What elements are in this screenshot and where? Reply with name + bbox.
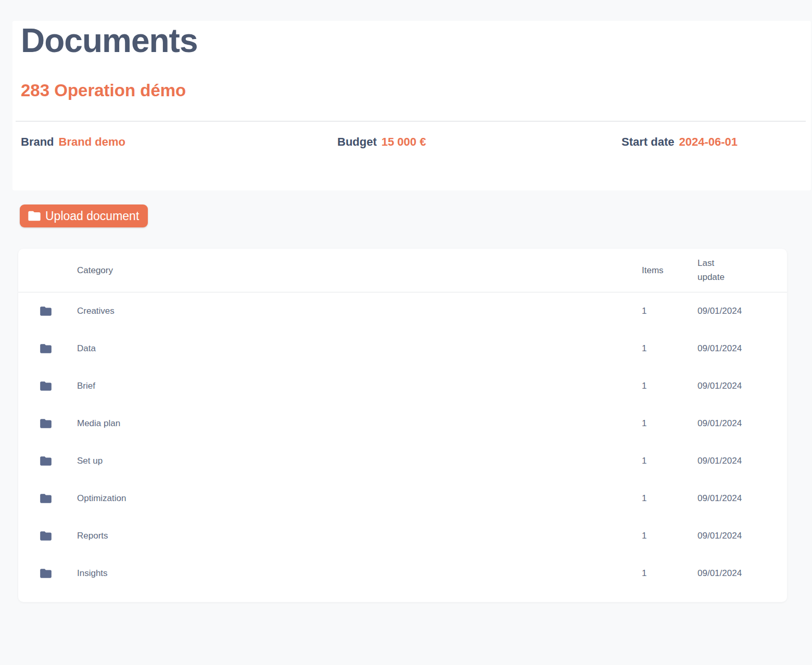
budget-label: Budget — [337, 135, 377, 149]
items-cell: 1 — [642, 381, 697, 391]
folder-icon — [39, 492, 77, 505]
last-update-cell: 09/01/2024 — [697, 381, 769, 391]
last-update-cell: 09/01/2024 — [697, 306, 769, 316]
table-row[interactable]: Brief109/01/2024 — [18, 367, 787, 405]
documents-page: Documents 283 Operation démo Brand Brand… — [0, 0, 812, 665]
items-cell: 1 — [642, 306, 697, 316]
info-budget: Budget 15 000 € — [337, 135, 621, 149]
documents-table: Category Items Last update Creatives109/… — [18, 249, 787, 602]
folder-icon — [39, 342, 77, 355]
table-row[interactable]: Creatives109/01/2024 — [18, 292, 787, 330]
folder-icon — [39, 454, 77, 468]
divider — [16, 121, 806, 122]
category-cell[interactable]: Brief — [77, 381, 642, 391]
last-update-cell: 09/01/2024 — [697, 531, 769, 541]
table-header-row: Category Items Last update — [18, 249, 787, 292]
last-update-cell: 09/01/2024 — [697, 418, 769, 429]
start-date-label: Start date — [621, 135, 674, 149]
brand-label: Brand — [21, 135, 54, 149]
page-title: Documents — [21, 24, 198, 57]
column-header-items: Items — [642, 265, 697, 276]
table-row[interactable]: Data109/01/2024 — [18, 330, 787, 367]
table-row[interactable]: Optimization109/01/2024 — [18, 480, 787, 517]
info-start-date: Start date 2024-06-01 — [621, 135, 738, 149]
category-cell[interactable]: Data — [77, 343, 642, 354]
last-update-cell: 09/01/2024 — [697, 456, 769, 466]
items-cell: 1 — [642, 493, 697, 504]
folder-icon — [39, 304, 77, 318]
column-header-last-update: Last update — [697, 257, 732, 284]
items-cell: 1 — [642, 531, 697, 541]
upload-document-button[interactable]: Upload document — [20, 204, 148, 227]
last-update-cell: 09/01/2024 — [697, 343, 769, 354]
folder-icon — [39, 567, 77, 580]
items-cell: 1 — [642, 456, 697, 466]
column-header-category: Category — [77, 265, 642, 276]
table-row[interactable]: Reports109/01/2024 — [18, 517, 787, 555]
start-date-value: 2024-06-01 — [679, 135, 738, 149]
category-cell[interactable]: Optimization — [77, 493, 642, 504]
table-body: Creatives109/01/2024Data109/01/2024Brief… — [18, 292, 787, 592]
table-row[interactable]: Set up109/01/2024 — [18, 442, 787, 480]
items-cell: 1 — [642, 568, 697, 579]
header-card: Documents 283 Operation démo Brand Brand… — [12, 21, 811, 190]
operation-title: 283 Operation démo — [21, 82, 186, 99]
last-update-cell: 09/01/2024 — [697, 493, 769, 504]
category-cell[interactable]: Creatives — [77, 306, 642, 316]
folder-icon — [39, 529, 77, 543]
category-cell[interactable]: Insights — [77, 568, 642, 579]
table-row[interactable]: Insights109/01/2024 — [18, 555, 787, 592]
category-cell[interactable]: Set up — [77, 456, 642, 466]
info-brand: Brand Brand demo — [21, 135, 337, 149]
folder-icon — [39, 379, 77, 393]
category-cell[interactable]: Reports — [77, 531, 642, 541]
last-update-cell: 09/01/2024 — [697, 568, 769, 579]
info-row: Brand Brand demo Budget 15 000 € Start d… — [21, 135, 806, 149]
folder-icon — [39, 417, 77, 430]
table-row[interactable]: Media plan109/01/2024 — [18, 405, 787, 442]
brand-value: Brand demo — [59, 135, 125, 149]
items-cell: 1 — [642, 418, 697, 429]
category-cell[interactable]: Media plan — [77, 418, 642, 429]
folder-icon — [27, 209, 42, 223]
items-cell: 1 — [642, 343, 697, 354]
budget-value: 15 000 € — [382, 135, 426, 149]
upload-button-label: Upload document — [45, 209, 139, 223]
